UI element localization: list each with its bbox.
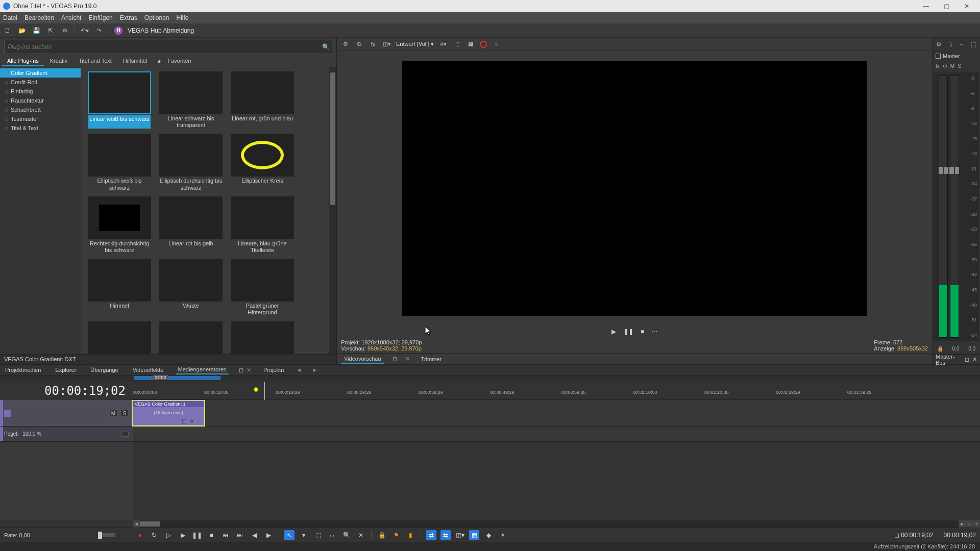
tab-project-notes[interactable]: Projektn — [261, 366, 286, 374]
stop-icon[interactable]: ■ — [641, 328, 644, 335]
cog-icon[interactable]: ⚙ — [943, 63, 947, 69]
scroll-left-icon[interactable]: ◄ — [133, 520, 140, 528]
scrollbar-thumb[interactable] — [330, 72, 335, 205]
gear-icon[interactable]: ⚙ — [341, 40, 350, 49]
preset-item[interactable] — [87, 321, 152, 355]
timeline-clip[interactable]: VEGAS Color Gradient 1 (Medium eins) ◫ f… — [133, 400, 204, 425]
preset-item[interactable]: Elliptischer Kreis — [230, 134, 295, 191]
zoom-in-icon[interactable]: + — [973, 520, 980, 528]
go-end-button[interactable]: ⏭ — [235, 530, 245, 540]
undo-icon[interactable]: ↶▾ — [80, 26, 89, 35]
redo-icon[interactable]: ↷ — [94, 26, 104, 35]
preset-item[interactable]: Rechteckig durchsichtig bis schwarz — [87, 196, 152, 254]
mute-button[interactable]: M — [109, 410, 117, 417]
track-header[interactable]: M S — [0, 400, 133, 427]
record-button[interactable]: ● — [135, 530, 145, 540]
menu-item[interactable]: Ansicht — [61, 14, 81, 21]
play-start-button[interactable]: ▷ — [163, 530, 174, 540]
plugin-tab[interactable]: Alle Plug-Ins — [2, 56, 44, 66]
search-icon[interactable]: 🔍 — [320, 43, 332, 51]
play-button[interactable]: ▶ — [178, 530, 188, 540]
tree-item[interactable]: ☆Color Gradient — [0, 68, 81, 78]
tool-dropdown[interactable]: ▾ — [299, 530, 309, 540]
tree-item[interactable]: ☆Credit Roll — [0, 78, 81, 87]
menu-item[interactable]: Extras — [120, 14, 137, 21]
loop-button[interactable]: ↻ — [149, 530, 159, 540]
render-icon[interactable]: ⇱ — [46, 26, 55, 35]
timeline-scrollbar[interactable]: ◄ ► − + — [133, 520, 980, 528]
quantize-button[interactable]: ▦ — [469, 530, 479, 540]
menu-item[interactable]: Einfügen — [88, 14, 112, 21]
marker-strip[interactable]: 02:02 — [0, 375, 980, 382]
tab-video-preview[interactable]: Videovorschau — [341, 355, 384, 364]
close-tab-icon[interactable]: ✕ — [247, 367, 251, 373]
tab-media-generators[interactable]: Mediengeneratoren — [176, 365, 229, 374]
insert-icon[interactable]: ⤵ — [949, 41, 952, 48]
tree-item[interactable]: ☆Schachbrett — [0, 105, 81, 114]
pause-icon[interactable]: ❚❚ — [623, 328, 633, 335]
menu-item[interactable]: Optionen — [144, 14, 169, 21]
search-input[interactable] — [5, 43, 320, 51]
menu-item[interactable]: Bearbeiten — [24, 14, 54, 21]
plugin-tab[interactable]: Titel und Text — [74, 56, 117, 66]
split-icon[interactable]: ◫▾ — [382, 40, 391, 49]
scrollbar-thumb[interactable] — [140, 521, 160, 527]
scroll-left-icon[interactable]: ◄ — [296, 367, 302, 373]
zoom-out-icon[interactable]: − — [966, 520, 973, 528]
video-preview[interactable] — [402, 61, 867, 316]
track-lane[interactable] — [133, 427, 980, 442]
fx-icon[interactable]: fx — [189, 418, 193, 424]
preset-item[interactable]: Lineare, blau-grüne Titelleiste — [230, 196, 295, 254]
next-frame-button[interactable]: ▶ — [263, 530, 274, 540]
overlay-icon[interactable]: ⬚ — [452, 40, 461, 49]
pause-button[interactable]: ❚❚ — [192, 530, 202, 540]
external-icon[interactable]: ⧉ — [355, 40, 364, 49]
lock-icon[interactable]: 🔒 — [937, 346, 943, 352]
properties-icon[interactable]: ⚙ — [60, 26, 69, 35]
tree-item[interactable]: ☆Rauschtextur — [0, 96, 81, 105]
preset-item[interactable]: Elliptisch weiß bis schwarz — [87, 134, 152, 191]
hub-label[interactable]: VEGAS Hub Abmeldung — [128, 27, 194, 34]
region-button[interactable]: ▮ — [405, 530, 415, 540]
rate-slider[interactable] — [100, 533, 115, 537]
tab-project-media[interactable]: Projektmedien — [3, 366, 43, 374]
record-indicator-icon[interactable] — [480, 41, 487, 48]
plugin-tab[interactable]: Hilfsmittel — [118, 56, 153, 66]
close-button[interactable]: ✕ — [957, 0, 977, 12]
preset-item[interactable]: Linear weiß bis schwarz — [87, 71, 152, 129]
minimize-button[interactable]: ― — [916, 0, 936, 12]
marker-icon[interactable] — [254, 387, 259, 392]
crop-icon[interactable]: ◫ — [182, 418, 186, 424]
preset-item[interactable]: Pastellgrüner Hintergrund — [230, 259, 295, 316]
slider-knob[interactable] — [98, 532, 102, 539]
snap-dropdown[interactable]: ◫▾ — [455, 530, 465, 540]
open-icon[interactable]: 📂 — [17, 26, 27, 35]
fx-icon[interactable]: fx — [369, 40, 378, 49]
prev-frame-button[interactable]: ◀ — [249, 530, 259, 540]
tree-item[interactable]: ☆Einfarbig — [0, 87, 81, 96]
magnify-button[interactable]: 🔍 — [341, 530, 352, 540]
close-tab-icon[interactable]: ✕ — [405, 356, 410, 362]
fx-icon[interactable]: fx — [936, 63, 940, 69]
lock-button[interactable]: 🔒 — [377, 530, 387, 540]
play-icon[interactable]: ▶ — [611, 328, 616, 335]
new-icon[interactable]: 🗋 — [3, 26, 12, 35]
tab-explorer[interactable]: Explorer — [53, 366, 78, 374]
stop-button[interactable]: ■ — [206, 530, 216, 540]
hub-icon[interactable]: H — [114, 27, 122, 35]
mute-button[interactable]: M — [950, 63, 954, 69]
track-lanes[interactable]: VEGAS Color Gradient 1 (Medium eins) ◫ f… — [133, 400, 980, 520]
automation-icon[interactable] — [121, 432, 129, 437]
more-icon[interactable]: ⋯ — [197, 418, 202, 424]
preset-item[interactable] — [230, 321, 295, 355]
tab-trimmer[interactable]: Trimmer — [418, 355, 445, 363]
snapshot-icon[interactable]: 🖬 — [466, 40, 475, 49]
more-icon[interactable]: ⋯ — [651, 328, 657, 335]
close-icon[interactable]: ✕ — [972, 356, 977, 363]
tree-item[interactable]: ☆Titel & Text — [0, 123, 81, 133]
master-bus-tab[interactable]: Master-Bus◻✕ — [933, 354, 980, 364]
marker-button[interactable]: ⚑ — [391, 530, 401, 540]
plugin-tab[interactable]: Kreativ — [45, 56, 72, 66]
tree-item[interactable]: ☆Testmuster — [0, 114, 81, 123]
color-button[interactable]: ✦ — [498, 530, 508, 540]
